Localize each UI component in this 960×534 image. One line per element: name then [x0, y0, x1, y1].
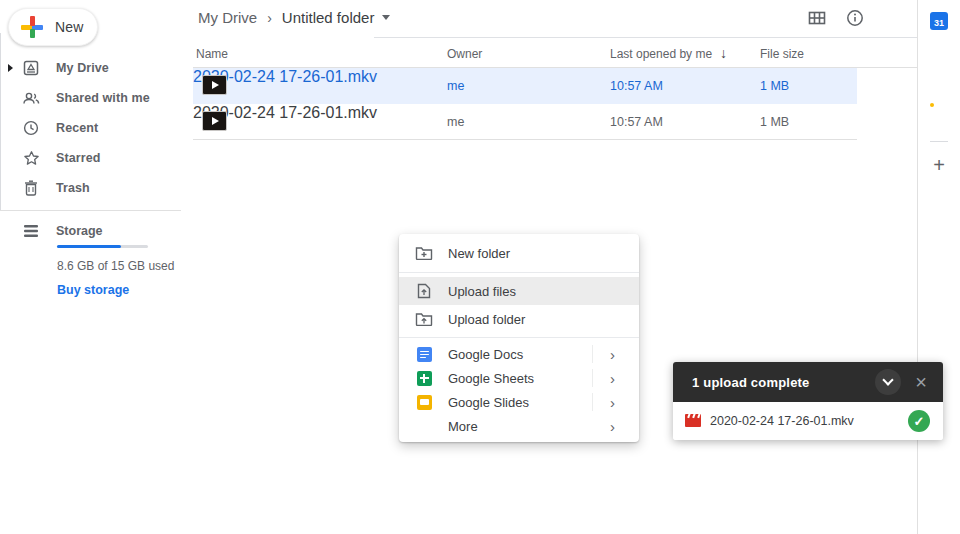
- column-header-name[interactable]: Name: [196, 47, 228, 61]
- toast-collapse-button[interactable]: [875, 369, 901, 395]
- new-context-menu: New folder Upload files Upload folder Go…: [399, 234, 639, 442]
- people-icon: [22, 89, 40, 107]
- menu-item-google-sheets[interactable]: Google Sheets ›: [399, 366, 639, 390]
- chevron-right-icon: ›: [610, 347, 615, 362]
- sidebar: New My Drive Shared with me Recent: [0, 0, 181, 534]
- submenu-separator: [592, 393, 593, 411]
- rail-divider: [930, 141, 948, 142]
- view-controls: [807, 8, 865, 28]
- menu-item-upload-files[interactable]: Upload files: [399, 277, 639, 305]
- google-calendar-icon[interactable]: 31: [930, 12, 948, 30]
- submenu-separator: [592, 345, 593, 363]
- storage-progress-bar: [57, 245, 148, 248]
- sidebar-item-label: Starred: [56, 151, 100, 165]
- sidebar-item-trash[interactable]: Trash: [0, 173, 181, 203]
- file-list: Name Owner Last opened by me ↓ File size…: [193, 42, 917, 140]
- my-drive-icon: [22, 59, 40, 77]
- folder-menu-caret-icon[interactable]: [382, 15, 390, 20]
- file-owner: me: [447, 79, 464, 93]
- column-header-file-size[interactable]: File size: [760, 47, 804, 61]
- new-button[interactable]: New: [8, 8, 98, 46]
- sidebar-item-my-drive[interactable]: My Drive: [0, 53, 181, 83]
- video-thumbnail-icon: [202, 75, 227, 95]
- main-header: My Drive › Untitled folder: [181, 0, 917, 38]
- chevron-right-icon: ›: [610, 419, 615, 434]
- sidebar-item-label: Trash: [56, 181, 90, 195]
- add-apps-icon[interactable]: +: [929, 155, 949, 175]
- sidebar-item-storage[interactable]: Storage: [0, 218, 181, 244]
- google-docs-icon: [415, 345, 433, 363]
- file-list-header: Name Owner Last opened by me ↓ File size: [193, 42, 917, 68]
- submenu-separator: [592, 369, 593, 387]
- column-header-last-opened[interactable]: Last opened by me: [610, 47, 712, 61]
- chevron-right-icon: ›: [610, 395, 615, 410]
- file-size: 1 MB: [760, 115, 789, 129]
- sidebar-item-label: Recent: [56, 121, 98, 135]
- new-folder-icon: [415, 244, 433, 262]
- uploaded-file-name: 2020-02-24 17-26-01.mkv: [710, 414, 854, 428]
- menu-item-new-folder[interactable]: New folder: [399, 238, 639, 268]
- file-last-opened: 10:57 AM: [610, 115, 663, 129]
- info-icon[interactable]: [845, 8, 865, 28]
- storage-usage-text: 8.6 GB of 15 GB used: [57, 259, 174, 273]
- breadcrumb-my-drive[interactable]: My Drive: [198, 9, 257, 26]
- chevron-right-icon: ›: [610, 371, 615, 386]
- file-row-selected[interactable]: 2020-02-24 17-26-01.mkv me 10:57 AM 1 MB: [193, 68, 857, 104]
- clock-icon: [22, 119, 40, 137]
- google-plus-icon: [21, 16, 43, 38]
- menu-item-google-slides[interactable]: Google Slides ›: [399, 390, 639, 414]
- file-owner: me: [447, 115, 464, 129]
- sidebar-divider: [0, 210, 181, 211]
- storage-icon: [22, 222, 40, 240]
- storage-label: Storage: [56, 224, 103, 238]
- sidebar-item-shared-with-me[interactable]: Shared with me: [0, 83, 181, 113]
- star-icon: [22, 149, 40, 167]
- file-last-opened: 10:57 AM: [610, 79, 663, 93]
- menu-item-label: Google Sheets: [448, 371, 534, 386]
- play-icon: [212, 117, 219, 125]
- google-slides-icon: [415, 393, 433, 411]
- sidebar-item-recent[interactable]: Recent: [0, 113, 181, 143]
- menu-item-label: Google Slides: [448, 395, 529, 410]
- play-icon: [212, 81, 219, 89]
- side-panel-rail: 31 +: [917, 0, 960, 534]
- google-drive-window: New My Drive Shared with me Recent: [0, 0, 960, 534]
- upload-toast-item[interactable]: 2020-02-24 17-26-01.mkv ✓: [673, 402, 943, 440]
- upload-toast-header: 1 upload complete ×: [673, 362, 943, 402]
- grid-view-icon[interactable]: [807, 8, 827, 28]
- chevron-down-icon: [882, 374, 893, 385]
- video-thumbnail-icon: [202, 111, 227, 131]
- google-sheets-icon: [415, 369, 433, 387]
- sidebar-item-label: My Drive: [56, 61, 109, 75]
- menu-item-label: New folder: [448, 246, 510, 261]
- header-divider: [374, 37, 960, 38]
- menu-item-google-docs[interactable]: Google Docs ›: [399, 342, 639, 366]
- sidebar-item-starred[interactable]: Starred: [0, 143, 181, 173]
- sort-direction-icon[interactable]: ↓: [720, 45, 727, 61]
- video-file-icon: [685, 414, 701, 427]
- sidebar-nav: My Drive Shared with me Recent Starred: [0, 53, 181, 203]
- upload-folder-icon: [415, 310, 433, 328]
- file-row[interactable]: 2020-02-24 17-26-01.mkv me 10:57 AM 1 MB: [193, 104, 857, 140]
- menu-item-label: Google Docs: [448, 347, 523, 362]
- upload-success-icon: ✓: [908, 410, 930, 432]
- file-size: 1 MB: [760, 79, 789, 93]
- expand-arrow-icon[interactable]: [8, 64, 13, 72]
- menu-divider: [399, 272, 639, 273]
- toast-close-button[interactable]: ×: [911, 371, 931, 393]
- breadcrumb-separator-icon: ›: [267, 10, 272, 26]
- column-header-owner[interactable]: Owner: [447, 47, 482, 61]
- breadcrumb: My Drive › Untitled folder: [198, 9, 390, 26]
- menu-item-label: More: [448, 419, 478, 434]
- menu-divider: [399, 337, 639, 338]
- buy-storage-link[interactable]: Buy storage: [57, 283, 129, 297]
- menu-item-more[interactable]: More ›: [399, 414, 639, 438]
- menu-item-label: Upload folder: [448, 312, 525, 327]
- breadcrumb-current-folder[interactable]: Untitled folder: [282, 9, 375, 26]
- upload-status-text: 1 upload complete: [692, 375, 810, 390]
- upload-file-icon: [415, 282, 433, 300]
- sidebar-item-label: Shared with me: [56, 91, 150, 105]
- menu-item-label: Upload files: [448, 284, 516, 299]
- storage-section: Storage 8.6 GB of 15 GB used Buy storage: [0, 218, 181, 244]
- menu-item-upload-folder[interactable]: Upload folder: [399, 305, 639, 333]
